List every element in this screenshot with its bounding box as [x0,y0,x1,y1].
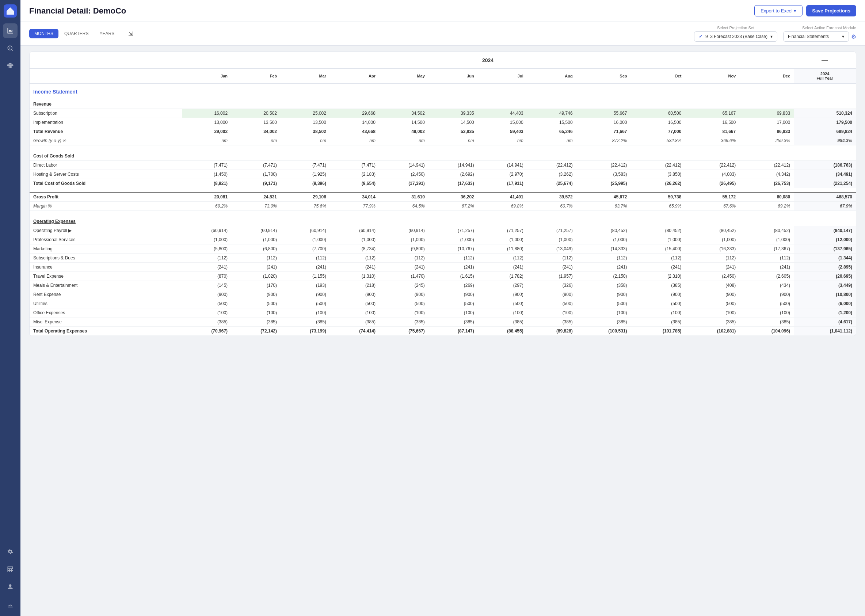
total-revenue-row: Total Revenue 29,002 34,002 38,502 43,66… [30,127,856,136]
tc-feb: (9,171) [231,179,281,188]
sub-dec: 69,833 [739,109,794,118]
page-title: Financial Detail: DemoCo [29,6,126,16]
mx-aug: (385) [527,317,576,327]
save-projections-button[interactable]: Save Projections [806,5,856,16]
dl-mar: (7,471) [281,161,330,170]
to-jun: (87,147) [429,327,478,336]
sidebar-item-chart[interactable] [3,24,17,38]
me-jan: (145) [182,281,231,290]
ins-jan: (241) [182,263,231,272]
tv-aug: (1,957) [527,272,576,281]
mkt-jun: (10,767) [429,244,478,253]
dl-sep: (22,412) [576,161,631,170]
revenue-label: Revenue [30,97,856,109]
me-feb: (170) [231,281,281,290]
impl-mar: 13,500 [281,118,330,127]
tab-months[interactable]: MONTHS [29,29,58,38]
u-sep: (500) [576,299,631,308]
check-icon: ✓ [699,34,702,39]
th-jul: Jul [478,69,527,84]
m-nov: 67.6% [685,202,739,211]
tv-fy: (20,695) [794,272,856,281]
sidebar-item-settings[interactable] [3,544,17,559]
impl-oct: 16,500 [631,118,685,127]
r-aug: (900) [527,290,576,299]
tc-nov: (26,495) [685,179,739,188]
tv-jun: (1,615) [429,272,478,281]
collapse-btn[interactable]: — [821,56,828,64]
ins-apr: (241) [330,263,379,272]
sidebar-item-person[interactable] [3,580,17,594]
sidebar-item-search-dollar[interactable]: $ [3,41,17,55]
hosting-label: Hosting & Server Costs [30,170,182,179]
opex-header-row: Operating Expenses [30,214,856,226]
h-oct: (3,850) [631,170,685,179]
tr-oct: 77,000 [631,127,685,136]
expand-collapse-icon[interactable]: ⇲ [125,29,136,39]
op-jan: (60,914) [182,226,231,235]
svg-text:$: $ [9,47,11,50]
sub-mar: 25,002 [281,109,330,118]
g-jan: nm [182,136,231,145]
subs-dues-row: Subscriptions & Dues (112) (112) (112) (… [30,253,856,263]
rent-label: Rent Expense [30,290,182,299]
r-jan: (900) [182,290,231,299]
export-button[interactable]: Export to Excel ▾ [754,5,802,16]
gp-oct: 50,738 [631,192,685,202]
forecast-module-dropdown[interactable]: Financial Statements ▾ [783,31,849,42]
insurance-label: Insurance [30,263,182,272]
tv-nov: (2,450) [685,272,739,281]
op-jun: (71,257) [429,226,478,235]
travel-label: Travel Expense [30,272,182,281]
h-may: (2,450) [379,170,429,179]
to-mar: (73,199) [281,327,330,336]
th-jan: Jan [182,69,231,84]
sidebar-item-table[interactable] [3,562,17,577]
m-may: 64.5% [379,202,429,211]
h-dec: (4,342) [739,170,794,179]
header-actions: Export to Excel ▾ Save Projections [754,5,856,16]
gp-may: 31,610 [379,192,429,202]
sidebar-item-bank[interactable] [3,58,17,73]
gp-mar: 29,106 [281,192,330,202]
tc-mar: (9,396) [281,179,330,188]
u-fy: (6,000) [794,299,856,308]
tab-years[interactable]: YEARS [94,29,119,38]
gear-icon[interactable]: ⚙ [851,33,856,40]
gross-profit-row: Gross Profit 20,081 24,831 29,106 34,014… [30,192,856,202]
op-oct: (80,452) [631,226,685,235]
dl-apr: (7,471) [330,161,379,170]
tr-sep: 71,667 [576,127,631,136]
m-oct: 65.9% [631,202,685,211]
mx-oct: (385) [631,317,685,327]
gp-aug: 39,572 [527,192,576,202]
oe-sep: (100) [576,308,631,317]
mkt-dec: (17,367) [739,244,794,253]
tc-jul: (17,911) [478,179,527,188]
th-collapse[interactable]: — [794,52,856,69]
h-apr: (2,183) [330,170,379,179]
me-oct: (385) [631,281,685,290]
professional-row: Professional Services (1,000) (1,000) (1… [30,235,856,244]
op-may: (60,914) [379,226,429,235]
th-label [30,52,182,69]
h-fy: (34,491) [794,170,856,179]
tab-quarters[interactable]: QUARTERS [59,29,94,38]
forecast-module-label: Select Active Forecast Module [802,25,856,30]
total-revenue-label: Total Revenue [30,127,182,136]
impl-fy: 179,500 [794,118,856,127]
header: Financial Detail: DemoCo Export to Excel… [20,0,865,22]
op-aug: (71,257) [527,226,576,235]
u-nov: (500) [685,299,739,308]
tc-may: (17,391) [379,179,429,188]
marketing-row: Marketing (5,800) (6,800) (7,700) (8,734… [30,244,856,253]
tr-aug: 65,246 [527,127,576,136]
revenue-header-row: Revenue [30,97,856,109]
ins-oct: (241) [631,263,685,272]
me-jun: (269) [429,281,478,290]
sidebar-item-analytics[interactable] [3,597,17,611]
table-container: 2024 — Jan Feb Mar Apr May Jun Jul Aug S… [20,46,865,616]
sd-apr: (112) [330,253,379,263]
projection-select-dropdown[interactable]: ✓ 9_3 Forecast 2023 (Base Case) ▾ [694,31,777,42]
sub-feb: 20,502 [231,109,281,118]
